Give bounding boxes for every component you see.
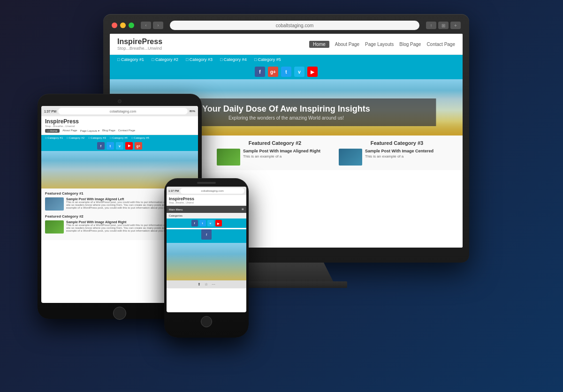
tablet-home-button[interactable] [113,307,126,320]
tablet-battery: 80% [190,110,195,113]
phone-social-facebook[interactable]: f [191,220,198,226]
monitor-tabs-btn[interactable]: ⊞ [438,22,449,29]
monitor-nav-blog[interactable]: Blog Page [399,42,421,47]
monitor-back-btn[interactable]: ‹ [141,22,151,29]
phone-body: 1:37 PM cobaltstaging.com InspirePress S… [164,178,249,338]
tablet-camera [118,99,122,103]
monitor-post-3-text: This is an example of a [365,154,434,158]
monitor-url: cobaltstaging.com [276,23,314,28]
tablet-nav-blog[interactable]: Blog Page [102,129,115,133]
tablet-social-facebook[interactable]: f [97,142,105,150]
monitor-post-3-info: Sample Post With Image Centered This is … [365,149,434,158]
monitor-post-2-thumb [217,149,240,166]
phone-hamburger-icon[interactable]: ≡ [242,207,244,211]
monitor-post-3-title: Sample Post With Image Centered [365,149,434,153]
phone-menu-bar[interactable]: Main Menu ≡ [167,206,246,213]
monitor-social-facebook[interactable]: f [255,67,265,77]
monitor-cat-2[interactable]: □ Category #2 [152,57,178,62]
monitor-browser-chrome: ‹ › cobaltstaging.com ↑ ⊞ + [110,21,463,30]
monitor-nav-contact[interactable]: Contact Page [426,42,455,47]
phone-menu-label: Main Menu [169,208,183,211]
monitor-cat-4[interactable]: □ Category #4 [220,57,247,62]
monitor-social-youtube[interactable]: ▶ [307,67,318,77]
phone: 1:37 PM cobaltstaging.com InspirePress S… [164,178,249,338]
monitor-address-bar[interactable]: cobaltstaging.com [170,21,419,30]
tablet-social-vimeo[interactable]: v [116,142,123,150]
monitor-social-twitter[interactable]: t [281,67,291,77]
tablet-address-bar[interactable]: cobaltstaging.com [58,108,188,114]
tablet-cat-4[interactable]: □ Category #4 [110,136,128,139]
tablet-social-twitter[interactable]: t [107,142,114,150]
phone-share-icon[interactable]: ⬆ [198,282,201,286]
monitor-minimize-dot [120,23,126,28]
phone-tagline: Stop...Breathe...Unwind [169,201,244,204]
tablet-tagline: Stop...Breathe...Unwind [45,125,194,128]
phone-browser-bar: 1:37 PM cobaltstaging.com [167,187,246,195]
monitor-cat-nav: □ Category #1 □ Category #2 □ Category #… [110,55,463,64]
monitor-site-nav: Home About Page Page Layouts Blog Page C… [309,41,455,48]
monitor-cat-5[interactable]: □ Category #5 [254,57,281,62]
monitor-site-header: InspirePress Stop...Breathe...Unwind Hom… [110,34,463,55]
tablet-nav-about[interactable]: About Page [62,129,77,133]
monitor-share-btn[interactable]: ↑ [426,22,436,29]
phone-social-twitter[interactable]: t [199,220,206,226]
monitor-post-2-info: Sample Post With Image Aligned Right Thi… [243,149,320,158]
monitor-site-tagline: Stop...Breathe...Unwind [117,46,162,51]
monitor-post-3-thumb [339,149,362,166]
monitor-post-2-text: This is an example of a [243,154,320,158]
phone-screen: 1:37 PM cobaltstaging.com InspirePress S… [167,187,246,312]
monitor-featured-col-3: Featured Category #3 Sample Post With Im… [339,140,455,166]
tablet-social-youtube[interactable]: ▶ [125,142,133,150]
phone-url: cobaltstaging.com [201,189,223,192]
phone-bookmark-icon[interactable]: ☆ [205,282,208,286]
monitor-post-3: Sample Post With Image Centered This is … [339,149,455,166]
monitor-featured-2-title: Featured Category #2 [217,140,333,146]
monitor-nav-about[interactable]: About Page [335,42,359,47]
phone-categories-bar[interactable]: Categories [167,213,246,219]
tablet-url: cobaltstaging.com [110,110,136,113]
monitor-site-logo[interactable]: InspirePress [117,38,162,46]
tablet-nav-home[interactable]: ⌂ Home [45,129,60,133]
monitor-featured-3-title: Featured Category #3 [339,140,455,146]
tablet-cat-2[interactable]: □ Category #2 [67,136,84,139]
phone-home-button[interactable] [201,316,212,327]
monitor-forward-btn[interactable]: › [153,22,163,29]
phone-logo[interactable]: InspirePress [169,196,244,201]
phone-time: 1:37 PM [168,189,179,192]
monitor-stand [239,263,333,281]
monitor-social-vimeo[interactable]: v [294,67,304,77]
phone-more-icon[interactable]: ⋯ [212,282,215,286]
phone-social-youtube[interactable]: ▶ [215,220,222,226]
monitor-cat-3[interactable]: □ Category #3 [186,57,213,62]
monitor-social-bar: f g+ t v ▶ [110,64,463,79]
tablet-nav-contact[interactable]: Contact Page [118,129,135,133]
tablet-social-bar: f t v ▶ g+ [41,141,198,151]
tablet-post-1-thumb [45,197,64,211]
phone-social-vimeo[interactable]: v [207,220,214,226]
monitor-nav-home[interactable]: Home [309,41,329,48]
tablet-nav: ⌂ Home About Page Page Layouts ▾ Blog Pa… [45,129,194,133]
phone-hero: Your Daily Dose Of Awe Inspiring Insight… [167,243,246,280]
tablet-time: 1:37 PM [44,110,56,113]
monitor-featured-col-2: Featured Category #2 Sample Post With Im… [217,140,333,166]
phone-address-bar[interactable]: cobaltstaging.com [180,188,244,194]
tablet-cat-1[interactable]: □ Category #1 [45,136,63,139]
monitor-post-2: Sample Post With Image Aligned Right Thi… [217,149,333,166]
tablet-logo[interactable]: InspirePress [45,118,194,125]
tablet-social-gplus[interactable]: g+ [135,142,142,150]
monitor-logo-container: InspirePress Stop...Breathe...Unwind [117,38,162,51]
monitor-nav-layouts[interactable]: Page Layouts [365,42,394,47]
tablet-browser-bar: 1:37 PM cobaltstaging.com 80% [41,106,198,116]
phone-extra-social[interactable]: f [201,229,212,240]
monitor-social-gplus[interactable]: g+ [268,67,278,77]
monitor-post-2-title: Sample Post With Image Aligned Right [243,149,320,153]
monitor-close-dot [112,23,117,28]
tablet-post-2-thumb [45,220,64,234]
monitor-cat-1[interactable]: □ Category #1 [117,57,144,62]
phone-categories-label: Categories [169,214,183,217]
tablet-cat-5[interactable]: □ Category #5 [131,136,149,139]
tablet-site-header: InspirePress Stop...Breathe...Unwind ⌂ H… [41,116,198,135]
tablet-cat-3[interactable]: □ Category #3 [88,136,106,139]
tablet-nav-layouts[interactable]: Page Layouts ▾ [80,129,99,133]
monitor-add-tab-btn[interactable]: + [450,22,461,29]
